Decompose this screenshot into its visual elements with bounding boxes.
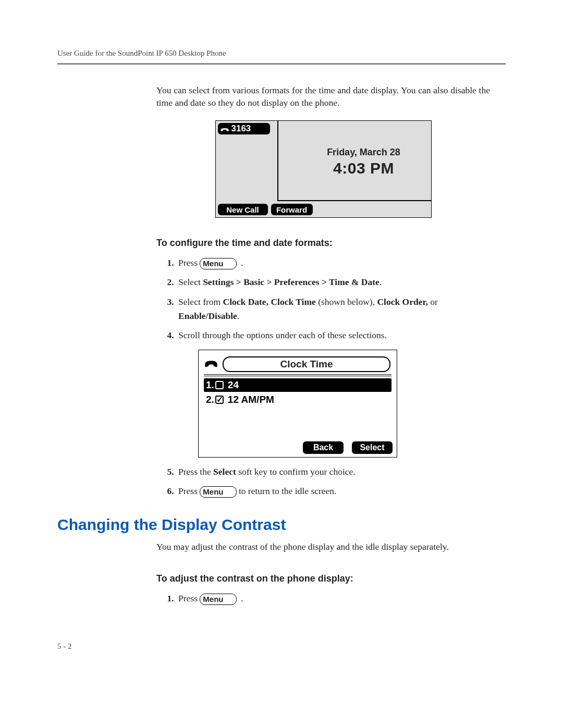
step-4: Scroll through the options under each of… [176,328,490,342]
contrast-step-1: Press Menu . [176,591,490,606]
section-title-configure: To configure the time and date formats: [156,238,490,249]
heading-changing-contrast: Changing the Display Contrast [57,516,506,534]
extension-label: 3163 [218,123,270,134]
menu-key-icon: Menu [200,258,236,269]
page-header: User Guide for the SoundPoint IP 650 Des… [57,49,506,65]
time-display: 4:03 PM [297,159,431,177]
step-3: Select from Clock Date, Clock Time (show… [176,295,490,323]
contrast-intro: You may adjust the contrast of the phone… [156,541,490,553]
date-display: Friday, March 28 [297,147,431,158]
divider [204,374,391,376]
checkbox-unchecked-icon [215,381,224,389]
step-2: Select Settings > Basic > Preferences > … [176,275,490,289]
intro-paragraph: You can select from various formats for … [156,84,490,109]
softkey-forward: Forward [271,204,313,215]
extension-number: 3163 [231,124,251,134]
step-1: Press Menu . [176,256,490,270]
menu-key-icon: Menu [200,486,236,498]
option-12-ampm: 2. 12 AM/PM [204,393,391,406]
step-5: Press the Select soft key to confirm you… [176,465,490,479]
menu-key-icon: Menu [200,594,236,605]
handset-icon [204,355,218,370]
handset-icon [220,125,229,132]
softkey-back: Back [303,441,344,454]
page-number: 5 - 2 [57,642,72,651]
option-24: 1. 24 [204,378,391,392]
divider [277,121,278,201]
softkey-new-call: New Call [218,204,268,215]
phone-screenshot-clocktime: Clock Time 1. 24 2. 12 AM/PM Back Select [198,350,397,458]
menu-title: Clock Time [223,356,390,372]
checkbox-checked-icon [215,396,224,404]
divider [277,200,431,201]
softkey-select: Select [352,441,393,454]
phone-screenshot-idle: 3163 Friday, March 28 4:03 PM New Call F… [215,120,432,218]
step-6: Press Menu to return to the idle screen. [176,484,490,498]
section-title-adjust-contrast: To adjust the contrast on the phone disp… [156,573,490,584]
